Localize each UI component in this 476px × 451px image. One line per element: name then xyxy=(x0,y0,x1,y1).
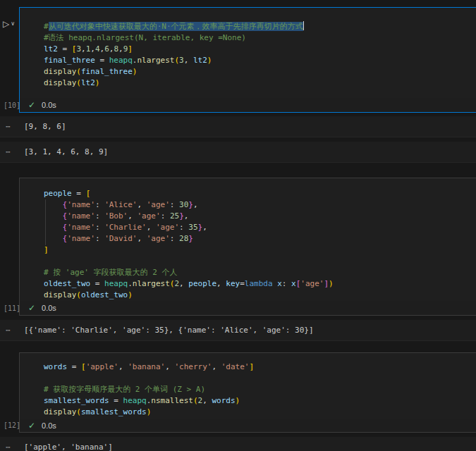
cell-status-bar: ✓0.0s xyxy=(20,419,476,432)
code-line: display(lt2) xyxy=(44,78,476,89)
output-row: ⋯[{'name': 'Charlie', 'age': 35}, {'name… xyxy=(0,320,476,341)
code-token: 'name' xyxy=(67,223,95,232)
code-token: lt2 xyxy=(81,78,95,87)
code-token xyxy=(44,234,63,243)
code-token: # 按 'age' 字段获取最大的 2 个人 xyxy=(44,268,177,277)
code-token: 4 xyxy=(95,44,100,54)
code-token: ( xyxy=(76,407,81,416)
output-text: ['apple', 'banana'] xyxy=(24,442,113,451)
code-token: smallest_words xyxy=(44,396,109,405)
code-token: final_three xyxy=(81,67,133,76)
execution-time: 0.0s xyxy=(42,421,56,430)
output-text: [3, 1, 4, 6, 8, 9] xyxy=(24,147,108,157)
code-token: , xyxy=(184,56,193,65)
code-token: : xyxy=(95,200,104,209)
code-line: #语法 heapq.nlargest(N, iterable, key =Non… xyxy=(44,32,476,44)
output-row: ⋯[9, 8, 6] xyxy=(0,116,476,137)
code-token: , xyxy=(81,44,86,54)
code-token: ] xyxy=(128,44,133,54)
code-token: 'date' xyxy=(221,362,250,371)
code-token: : xyxy=(170,200,179,209)
code-token: = xyxy=(90,279,104,288)
code-token: nlargest xyxy=(133,279,170,288)
code-token: 从可迭代对象中快速获取最大的 xyxy=(49,22,157,31)
success-check-icon: ✓ xyxy=(28,100,35,110)
code-token: heapq xyxy=(123,396,147,405)
code-token: , xyxy=(137,200,146,209)
code-editor[interactable]: words = ['apple', 'banana', 'cherry', 'd… xyxy=(20,353,476,419)
code-line: {'name': 'Bob', 'age': 25}, xyxy=(44,211,476,222)
output-menu-button[interactable]: ⋯ xyxy=(6,325,24,335)
code-token: 'name' xyxy=(67,234,95,243)
code-token: 28 xyxy=(179,234,188,243)
code-token: ) xyxy=(95,78,100,87)
code-line: display(final_three) xyxy=(44,66,476,78)
code-token: [ xyxy=(81,362,86,371)
code-token: 'Alice' xyxy=(104,200,137,209)
code-cell: ▷∨[10]#从可迭代对象中快速获取最大的·N·个元素，效率高于先排序再切片的方… xyxy=(19,7,476,113)
code-token: , xyxy=(118,362,128,371)
code-editor[interactable]: people = [ {'name': 'Alice', 'age': 30},… xyxy=(20,178,476,301)
code-token: , xyxy=(137,234,146,243)
run-cell-button[interactable]: ▷∨ xyxy=(3,16,15,30)
code-token: : xyxy=(282,279,291,288)
code-token xyxy=(44,223,63,232)
code-line: {'name': 'David', 'age': 28} xyxy=(44,233,476,245)
code-token: , xyxy=(193,200,198,209)
code-line: words = ['apple', 'banana', 'cherry', 'd… xyxy=(44,362,476,373)
code-line: display(oldest_two) xyxy=(44,290,476,301)
code-token: 'Bob' xyxy=(104,211,128,221)
code-line xyxy=(44,256,476,267)
code-token: , xyxy=(128,211,137,221)
code-cell: [12]words = ['apple', 'banana', 'cherry'… xyxy=(19,352,476,433)
code-token: ) xyxy=(133,67,138,76)
code-token: smallest_words xyxy=(81,407,147,416)
run-play-icon: ▷ xyxy=(3,19,9,29)
code-token: = xyxy=(72,189,86,198)
code-token: = xyxy=(58,44,72,54)
code-token: N xyxy=(161,22,166,31)
success-check-icon: ✓ xyxy=(28,421,35,431)
code-token: · xyxy=(166,22,171,31)
execution-count: [12] xyxy=(4,421,20,429)
code-token: 'age' xyxy=(147,200,170,209)
code-token: x xyxy=(291,279,296,288)
output-menu-button[interactable]: ⋯ xyxy=(6,121,24,132)
code-line xyxy=(44,373,476,384)
code-line: smallest_words = heapq.nsmallest(2, word… xyxy=(44,395,476,407)
code-token: 'age' xyxy=(147,234,170,243)
execution-count: [10] xyxy=(4,101,20,109)
code-token: nsmallest xyxy=(151,396,193,405)
code-token: lt2 xyxy=(44,44,58,54)
code-line: # 获取按字母顺序最大的 2 个单词 (Z > A) xyxy=(44,384,476,395)
code-token: 8 xyxy=(114,44,118,54)
code-token: key xyxy=(226,279,240,288)
code-token: ) xyxy=(207,56,212,65)
output-menu-button[interactable]: ⋯ xyxy=(6,442,24,451)
code-token: 'name' xyxy=(67,200,95,209)
code-token: 35 xyxy=(188,223,197,232)
execution-count: [11] xyxy=(4,304,20,312)
code-token: display xyxy=(44,78,76,87)
code-token: 3 xyxy=(179,56,184,65)
code-token: display xyxy=(44,67,76,76)
code-token: . xyxy=(128,279,133,288)
text-cursor xyxy=(303,21,305,30)
code-editor[interactable]: #从可迭代对象中快速获取最大的·N·个元素，效率高于先排序再切片的方式#语法 h… xyxy=(20,8,476,98)
code-line: lt2 = [3,1,4,6,8,9] xyxy=(44,44,476,55)
code-token: ] xyxy=(44,245,49,254)
code-token: ( xyxy=(76,78,81,87)
execution-time: 0.0s xyxy=(42,304,56,312)
notebook: ▷∨[10]#从可迭代对象中快速获取最大的·N·个元素，效率高于先排序再切片的方… xyxy=(0,7,476,451)
code-line: #从可迭代对象中快速获取最大的·N·个元素，效率高于先排序再切片的方式 xyxy=(44,21,476,32)
code-line: {'name': 'Charlie', 'age': 35}, xyxy=(44,222,476,233)
code-token: ( xyxy=(76,67,81,76)
output-menu-button[interactable]: ⋯ xyxy=(6,147,24,157)
chevron-down-icon: ∨ xyxy=(11,20,15,27)
code-token: } xyxy=(179,211,184,221)
code-token: 'banana' xyxy=(128,362,165,371)
code-token xyxy=(44,200,63,209)
code-token: oldest_two xyxy=(81,290,128,299)
code-token: words xyxy=(212,396,235,405)
code-token: oldest_two xyxy=(44,279,90,288)
